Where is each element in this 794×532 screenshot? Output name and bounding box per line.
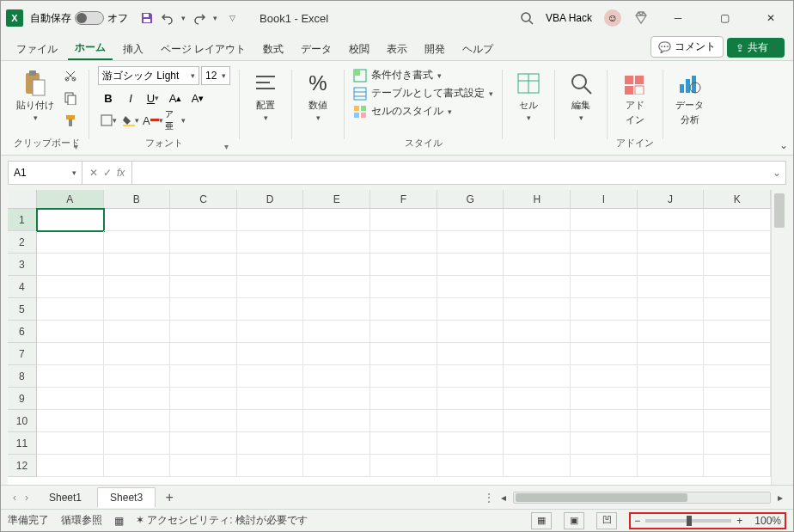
cell[interactable] — [37, 298, 104, 321]
cell[interactable] — [170, 455, 237, 477]
cell[interactable] — [104, 343, 171, 365]
tab-formulas[interactable]: 数式 — [256, 39, 290, 60]
formula-input[interactable] — [132, 162, 768, 184]
select-all-corner[interactable] — [8, 190, 37, 208]
row-header[interactable]: 8 — [8, 365, 37, 388]
cell[interactable] — [370, 343, 437, 365]
cell[interactable] — [370, 276, 437, 298]
cell[interactable] — [303, 231, 370, 254]
row-header[interactable]: 12 — [8, 455, 37, 477]
col-header[interactable]: F — [370, 190, 437, 208]
cell[interactable] — [303, 343, 370, 365]
cell[interactable] — [504, 298, 571, 321]
undo-icon[interactable] — [161, 11, 174, 25]
cell[interactable] — [504, 410, 571, 432]
cell[interactable] — [104, 455, 171, 477]
cell[interactable] — [704, 231, 771, 254]
conditional-format-button[interactable]: 条件付き書式 ▾ — [353, 68, 442, 83]
cell[interactable] — [104, 209, 171, 231]
cell[interactable] — [37, 388, 104, 410]
cell[interactable] — [370, 298, 437, 321]
cell[interactable] — [37, 365, 104, 388]
zoom-in-button[interactable]: + — [736, 515, 742, 527]
accessibility-status[interactable]: ✶ アクセシビリティ: 検討が必要です — [136, 513, 308, 528]
row-header[interactable]: 3 — [8, 254, 37, 276]
cell[interactable] — [370, 321, 437, 343]
cell[interactable] — [704, 410, 771, 432]
tab-pagelayout[interactable]: ページ レイアウト — [154, 39, 253, 60]
macro-record-icon[interactable]: ▦ — [114, 515, 124, 527]
cell[interactable] — [437, 321, 504, 343]
tab-insert[interactable]: 挿入 — [116, 39, 150, 60]
cell[interactable] — [571, 209, 638, 231]
cell[interactable] — [104, 276, 171, 298]
underline-button[interactable]: U▾ — [143, 89, 163, 107]
cell[interactable] — [170, 343, 237, 365]
cell[interactable] — [638, 298, 705, 321]
cell[interactable] — [638, 276, 705, 298]
toggle-off-icon[interactable] — [75, 11, 104, 25]
cell[interactable] — [37, 209, 104, 231]
col-header[interactable]: K — [704, 190, 771, 208]
alignment-button[interactable]: 配置▾ — [248, 66, 283, 125]
cell[interactable] — [704, 209, 771, 231]
tab-home[interactable]: ホーム — [68, 37, 113, 60]
cell[interactable] — [237, 231, 304, 254]
cell[interactable] — [237, 455, 304, 477]
redo-icon[interactable] — [192, 11, 206, 25]
vertical-scrollbar[interactable] — [771, 190, 786, 485]
cell[interactable] — [104, 365, 171, 388]
cell[interactable] — [37, 231, 104, 254]
cell[interactable] — [638, 231, 705, 254]
dialog-launcher-icon[interactable]: ▾ — [74, 142, 78, 151]
cell[interactable] — [571, 365, 638, 388]
fx-icon[interactable]: fx — [117, 167, 125, 179]
fill-color-button[interactable]: ▾ — [120, 111, 141, 130]
tab-help[interactable]: ヘルプ — [455, 39, 500, 60]
cell[interactable] — [370, 254, 437, 276]
cell[interactable] — [638, 388, 705, 410]
cell[interactable] — [237, 321, 304, 343]
zoom-out-button[interactable]: − — [634, 515, 640, 527]
account-name[interactable]: VBA Hack — [546, 12, 592, 24]
cell[interactable] — [571, 231, 638, 254]
cell[interactable] — [704, 321, 771, 343]
comments-button[interactable]: 💬 コメント — [650, 36, 724, 58]
cell[interactable] — [170, 321, 237, 343]
cancel-formula-icon[interactable]: ✕ — [89, 167, 98, 179]
zoom-value[interactable]: 100% — [754, 515, 781, 527]
cell[interactable] — [37, 410, 104, 432]
cell[interactable] — [237, 298, 304, 321]
cell[interactable] — [571, 343, 638, 365]
addin-button[interactable]: アドイン — [618, 66, 652, 130]
font-name-combo[interactable]: 游ゴシック Light▾ — [98, 66, 199, 85]
col-header[interactable]: I — [571, 190, 638, 208]
cell[interactable] — [303, 365, 370, 388]
cell[interactable] — [303, 455, 370, 477]
increase-font-button[interactable]: A▴ — [165, 89, 186, 107]
cell[interactable] — [370, 388, 437, 410]
cell[interactable] — [571, 254, 638, 276]
cells-button[interactable]: セル▾ — [511, 66, 546, 125]
collapse-ribbon-icon[interactable]: ⌄ — [779, 139, 788, 151]
cell[interactable] — [370, 410, 437, 432]
cell[interactable] — [504, 388, 571, 410]
cell[interactable] — [104, 254, 171, 276]
cell[interactable] — [437, 365, 504, 388]
cell-styles-button[interactable]: セルのスタイル ▾ — [353, 104, 452, 119]
cell[interactable] — [638, 410, 705, 432]
format-as-table-button[interactable]: テーブルとして書式設定 ▾ — [353, 86, 493, 101]
cell[interactable] — [504, 276, 571, 298]
col-header[interactable]: D — [237, 190, 304, 208]
cell[interactable] — [170, 276, 237, 298]
hscroll-right-icon[interactable]: ▸ — [774, 492, 786, 504]
cell[interactable] — [237, 343, 304, 365]
cell[interactable] — [37, 321, 104, 343]
cell[interactable] — [571, 321, 638, 343]
cell[interactable] — [638, 343, 705, 365]
cell[interactable] — [303, 298, 370, 321]
tab-file[interactable]: ファイル — [9, 39, 64, 60]
cell[interactable] — [104, 410, 171, 432]
row-header[interactable]: 11 — [8, 432, 37, 455]
cell[interactable] — [170, 254, 237, 276]
